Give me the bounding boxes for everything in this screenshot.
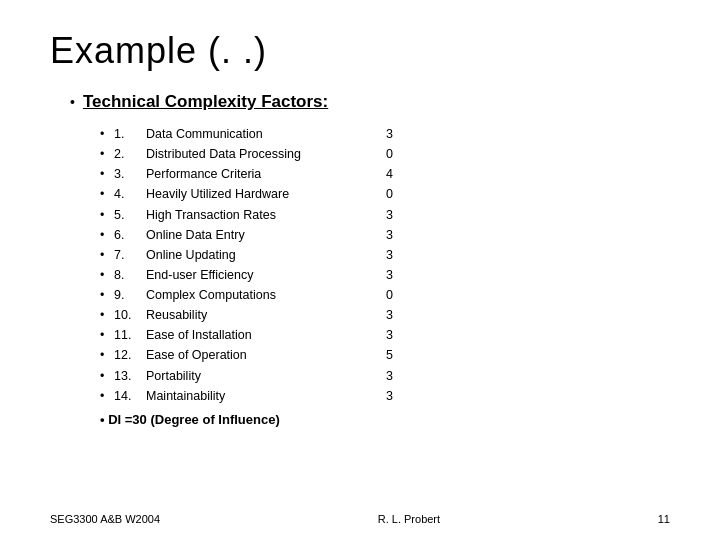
row-score: 3 (386, 325, 406, 345)
row-description: End-user Efficiency (146, 265, 386, 285)
row-number: 10. (114, 305, 146, 325)
table-row: • 6. Online Data Entry 3 (100, 225, 406, 245)
row-bullet: • (100, 305, 114, 325)
row-description: Complex Computations (146, 285, 386, 305)
slide-title: Example (. .) (50, 30, 670, 72)
row-description: Ease of Installation (146, 325, 386, 345)
table-row: • 5. High Transaction Rates 3 (100, 205, 406, 225)
row-number: 6. (114, 225, 146, 245)
row-bullet: • (100, 345, 114, 365)
row-score: 3 (386, 265, 406, 285)
table-row: • 11. Ease of Installation 3 (100, 325, 406, 345)
table-row: • 14. Maintainability 3 (100, 386, 406, 406)
table-row: • 8. End-user Efficiency 3 (100, 265, 406, 285)
footer: SEG3300 A&B W2004 R. L. Probert 11 (0, 513, 720, 525)
row-bullet: • (100, 164, 114, 184)
row-number: 1. (114, 124, 146, 144)
table-row: • 1. Data Communication 3 (100, 124, 406, 144)
row-description: Online Updating (146, 245, 386, 265)
row-number: 5. (114, 205, 146, 225)
table-row: • 10. Reusability 3 (100, 305, 406, 325)
row-score: 3 (386, 305, 406, 325)
row-bullet: • (100, 285, 114, 305)
row-score: 3 (386, 386, 406, 406)
table-row: • 3. Performance Criteria 4 (100, 164, 406, 184)
row-bullet: • (100, 124, 114, 144)
row-bullet: • (100, 325, 114, 345)
table-row: • 2. Distributed Data Processing 0 (100, 144, 406, 164)
row-description: Portability (146, 366, 386, 386)
section-heading: Technical Complexity Factors: (83, 92, 328, 112)
row-score: 0 (386, 184, 406, 204)
footer-right: 11 (658, 513, 670, 525)
row-description: Ease of Operation (146, 345, 386, 365)
row-number: 11. (114, 325, 146, 345)
row-score: 3 (386, 245, 406, 265)
row-description: Maintainability (146, 386, 386, 406)
row-score: 0 (386, 144, 406, 164)
footer-left: SEG3300 A&B W2004 (50, 513, 160, 525)
table-row: • 4. Heavily Utilized Hardware 0 (100, 184, 406, 204)
row-number: 14. (114, 386, 146, 406)
row-score: 3 (386, 225, 406, 245)
row-bullet: • (100, 225, 114, 245)
row-bullet: • (100, 205, 114, 225)
row-description: Distributed Data Processing (146, 144, 386, 164)
row-description: Online Data Entry (146, 225, 386, 245)
table-row: • 7. Online Updating 3 (100, 245, 406, 265)
table-row: • 13. Portability 3 (100, 366, 406, 386)
row-bullet: • (100, 144, 114, 164)
row-description: Data Communication (146, 124, 386, 144)
row-description: Heavily Utilized Hardware (146, 184, 386, 204)
footer-center: R. L. Probert (378, 513, 440, 525)
row-score: 0 (386, 285, 406, 305)
row-description: Performance Criteria (146, 164, 386, 184)
section-container: • Technical Complexity Factors: • 1. Dat… (70, 92, 670, 427)
row-description: Reusability (146, 305, 386, 325)
row-score: 4 (386, 164, 406, 184)
row-score: 3 (386, 366, 406, 386)
row-number: 2. (114, 144, 146, 164)
row-score: 3 (386, 124, 406, 144)
section-bullet: • (70, 94, 75, 110)
row-bullet: • (100, 184, 114, 204)
row-bullet: • (100, 366, 114, 386)
items-table: • 1. Data Communication 3 • 2. Distribut… (100, 124, 406, 406)
table-row: • 9. Complex Computations 0 (100, 285, 406, 305)
row-score: 3 (386, 205, 406, 225)
row-number: 4. (114, 184, 146, 204)
row-bullet: • (100, 386, 114, 406)
row-bullet: • (100, 265, 114, 285)
row-bullet: • (100, 245, 114, 265)
table-row: • 12. Ease of Operation 5 (100, 345, 406, 365)
row-number: 9. (114, 285, 146, 305)
di-line: • DI =30 (Degree of Influence) (100, 412, 670, 427)
row-number: 12. (114, 345, 146, 365)
row-number: 13. (114, 366, 146, 386)
row-number: 8. (114, 265, 146, 285)
row-score: 5 (386, 345, 406, 365)
row-number: 7. (114, 245, 146, 265)
row-description: High Transaction Rates (146, 205, 386, 225)
slide: Example (. .) • Technical Complexity Fac… (0, 0, 720, 540)
row-number: 3. (114, 164, 146, 184)
